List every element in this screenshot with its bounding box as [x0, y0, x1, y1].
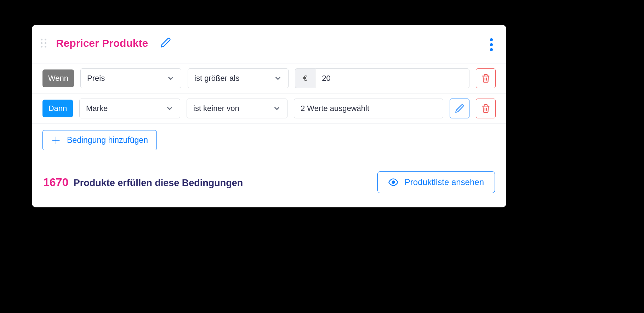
pencil-icon: [160, 37, 171, 48]
then-badge: Dann: [42, 100, 73, 117]
plus-icon: [51, 136, 61, 145]
edit-condition-button[interactable]: [450, 99, 469, 118]
dots-vertical-icon: [490, 38, 493, 41]
card-title: Repricer Produkte: [56, 37, 148, 49]
field-select[interactable]: Marke: [79, 99, 180, 118]
result-text: Produkte erfüllen diese Bedingungen: [74, 178, 243, 188]
field-select[interactable]: Preis: [80, 68, 181, 88]
operator-select-label: ist größer als: [194, 74, 239, 83]
value-input[interactable]: [294, 99, 443, 118]
operator-select[interactable]: ist keiner von: [187, 99, 287, 118]
rule-card: Repricer Produkte Wenn Preis ist größer …: [32, 25, 506, 207]
currency-prefix: €: [295, 68, 315, 88]
chevron-down-icon: [167, 74, 175, 82]
field-select-label: Marke: [86, 104, 108, 113]
delete-condition-button[interactable]: [476, 99, 496, 118]
add-condition-label: Bedingung hinzufügen: [67, 135, 148, 145]
chevron-down-icon: [274, 74, 282, 82]
add-condition-button[interactable]: Bedingung hinzufügen: [42, 130, 157, 150]
trash-icon: [481, 74, 490, 83]
chevron-down-icon: [273, 105, 281, 112]
card-header: Repricer Produkte: [32, 25, 506, 63]
view-list-label: Produktliste ansehen: [405, 177, 484, 187]
operator-select-label: ist keiner von: [193, 104, 239, 113]
card-footer: 1670 Produkte erfüllen diese Bedingungen…: [32, 157, 506, 207]
pencil-icon: [455, 104, 464, 113]
eye-icon: [388, 177, 398, 187]
view-product-list-button[interactable]: Produktliste ansehen: [377, 171, 495, 193]
result-count: 1670: [43, 176, 68, 189]
more-menu-button[interactable]: [487, 35, 496, 54]
chevron-down-icon: [166, 105, 173, 112]
edit-title-button[interactable]: [159, 35, 173, 51]
trash-icon: [481, 104, 490, 113]
drag-handle-icon[interactable]: [41, 39, 47, 48]
add-condition-row: Bedingung hinzufügen: [32, 124, 506, 157]
when-badge: Wenn: [42, 69, 74, 87]
field-select-label: Preis: [87, 74, 105, 83]
value-input-group: €: [295, 68, 469, 88]
value-input[interactable]: [315, 68, 469, 88]
delete-condition-button[interactable]: [476, 68, 496, 88]
result-summary: 1670 Produkte erfüllen diese Bedingungen: [43, 176, 243, 189]
condition-row: Wenn Preis ist größer als €: [32, 63, 506, 94]
operator-select[interactable]: ist größer als: [188, 68, 289, 88]
svg-point-2: [392, 181, 394, 184]
condition-row: Dann Marke ist keiner von: [32, 94, 506, 124]
